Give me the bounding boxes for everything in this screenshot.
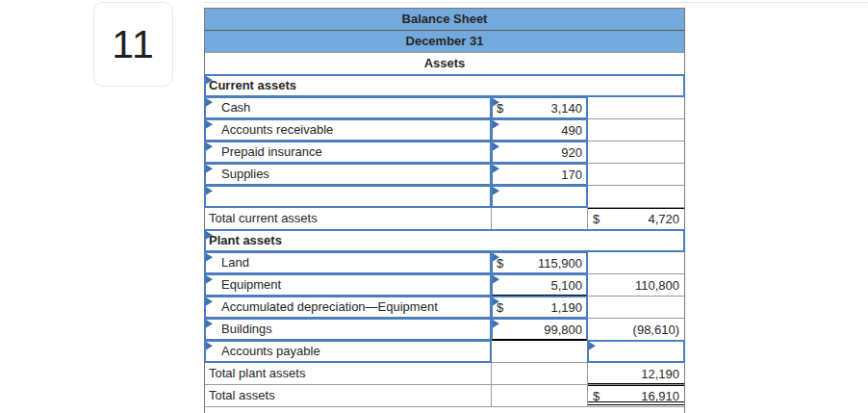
page-divider-line [204,2,868,3]
question-number-card: 11 [93,2,173,87]
section-label-cell-current-assets[interactable]: Current assets [205,75,684,96]
table-row: Total current assets $ 4,720 [205,208,684,230]
amount-value: 115,900 [538,253,582,273]
table-row: Buildings 99,800 (98,610) [205,319,684,341]
currency-symbol: $ [497,98,503,118]
label-cell-accounts-payable[interactable]: Accounts payable [205,341,492,362]
total-input-cell[interactable] [588,341,684,362]
label-cell-total-current-assets: Total current assets [205,208,492,229]
table-row: Plant assets [205,230,684,252]
label-cell-total-assets: Total assets [205,385,492,406]
label-cell-supplies[interactable]: Supplies [205,164,492,185]
table-row: Accumulated depreciation—Equipment $ 1,1… [205,297,684,319]
label-cell-accounts-receivable[interactable]: Accounts receivable [205,119,492,141]
cell-marker-icon [589,342,596,352]
table-row: Current assets [205,75,684,97]
total-value: 4,720 [648,209,679,229]
cell-marker-icon [493,120,499,131]
amount-value: 99,800 [544,320,582,340]
table-row: Assets [205,53,684,75]
currency-symbol: $ [497,253,503,273]
sheet-date: December 31 [205,31,684,52]
label-cell-empty[interactable] [205,186,492,207]
amount-input-cell[interactable]: 490 [492,119,588,141]
currency-symbol: $ [497,297,503,318]
cell-marker-icon [206,98,213,109]
question-number: 11 [112,22,155,67]
table-row [205,186,684,208]
amount-input-cell[interactable]: $ 3,140 [492,97,588,118]
total-cell [588,164,684,185]
cell-marker-icon [493,165,499,175]
cell-marker-icon [493,142,499,153]
cell-marker-icon [206,320,213,330]
table-row: Cash $ 3,140 [205,97,684,119]
cell-marker-icon [493,320,499,330]
table-row: December 31 [205,31,684,53]
total-cell: 110,800 [588,274,684,296]
liabilities-section-header: Liabilities [205,407,684,413]
total-cell: (98,610) [588,319,684,340]
assets-section-header: Assets [205,53,684,74]
amount-value: 1,190 [550,297,582,318]
label-cell-cash[interactable]: Cash [205,97,492,118]
total-cell [588,97,684,118]
total-cell: 12,190 [588,363,684,384]
total-cell [588,186,684,207]
amount-value: 490 [561,120,582,141]
total-cell [588,142,684,163]
amount-input-cell[interactable]: 920 [492,142,588,163]
amount-input-cell[interactable]: $ 115,900 [492,252,588,273]
amount-input-cell[interactable] [492,186,588,207]
label-cell-equipment[interactable]: Equipment [205,274,492,296]
total-value: 110,800 [635,275,679,296]
table-row: Balance Sheet [205,9,684,31]
amount-value: 5,100 [550,275,582,296]
cell-marker-icon [206,120,213,131]
cell-marker-icon [493,275,499,286]
sheet-title: Balance Sheet [205,9,684,30]
amount-cell [492,385,588,406]
cell-marker-icon [206,297,213,308]
label-cell-buildings[interactable]: Buildings [205,319,492,340]
cell-marker-icon [206,253,213,264]
currency-symbol: $ [593,209,600,229]
total-cell [588,252,684,273]
cell-marker-icon [493,187,499,197]
table-row: Accounts receivable 490 [205,119,684,142]
amount-input-cell[interactable]: 170 [492,164,588,185]
table-row: Total plant assets 12,190 [205,363,684,385]
amount-value: 3,140 [550,98,582,118]
cell-marker-icon [206,187,213,197]
cell-marker-icon [206,275,213,286]
amount-value: 170 [561,165,582,185]
total-value: 12,190 [641,364,679,384]
table-row: Total assets $ 16,910 [205,385,684,407]
table-row: Equipment 5,100 110,800 [205,274,684,297]
total-cell: $ 16,910 [588,385,684,406]
double-underline [588,401,684,405]
amount-cell [492,363,588,384]
cell-marker-icon [206,165,213,175]
amount-value: 920 [561,142,582,163]
label-cell-total-plant-assets: Total plant assets [205,363,492,384]
amount-input-cell[interactable]: 5,100 [492,274,588,296]
table-row: Prepaid insurance 920 [205,142,684,164]
cell-marker-icon [206,142,213,153]
label-cell-land[interactable]: Land [205,252,492,273]
cell-marker-icon [206,342,213,352]
table-row: Liabilities [205,407,684,413]
total-cell: $ 4,720 [588,208,684,229]
amount-cell [492,208,588,229]
label-cell-accumulated-depreciation[interactable]: Accumulated depreciation—Equipment [205,297,492,318]
total-cell [588,297,684,318]
table-row: Land $ 115,900 [205,252,684,274]
amount-input-cell[interactable]: 99,800 [492,319,588,340]
amount-cell [492,341,588,362]
table-row: Supplies 170 [205,164,684,186]
balance-sheet-table: Balance Sheet December 31 Assets Current… [204,8,685,413]
amount-input-cell[interactable]: $ 1,190 [492,297,588,318]
label-cell-prepaid-insurance[interactable]: Prepaid insurance [205,142,492,163]
total-cell [588,119,684,141]
section-label-cell-plant-assets[interactable]: Plant assets [205,230,684,251]
